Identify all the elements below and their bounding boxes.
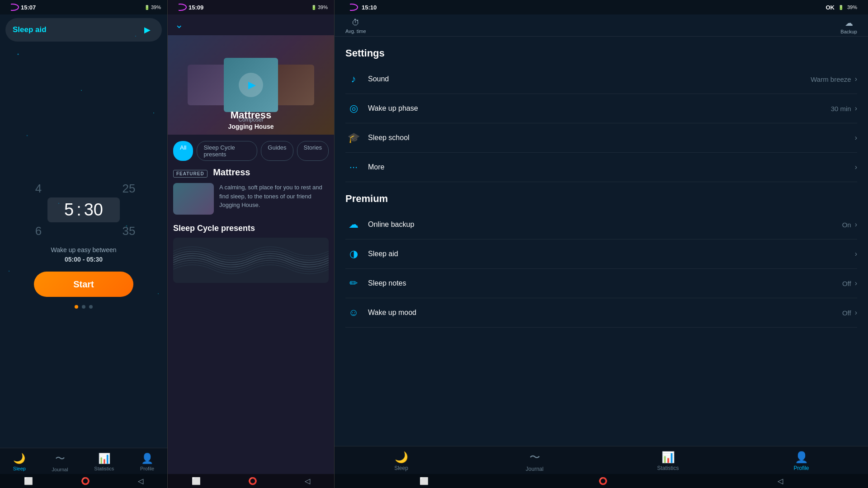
sleep-notes-value: Off xyxy=(842,280,851,287)
sys-back[interactable]: ◁ xyxy=(138,477,143,485)
nav-journal-p1[interactable]: 〜 Journal xyxy=(52,452,68,472)
panel-sleep: 15:07 🔋 39% Sleep aid ▶ 4 25 5 : 30 xyxy=(0,0,167,488)
sys-circle[interactable]: ⭕ xyxy=(81,477,90,485)
more-icon: ··· xyxy=(349,161,358,173)
battery-icon-p3: 🔋 xyxy=(838,5,844,10)
setting-wake-mood[interactable]: ☺ Wake up mood Off › xyxy=(345,298,857,328)
play-icon: ▶ xyxy=(144,25,151,35)
featured-badge: FEATURED xyxy=(173,170,208,178)
sys-circle-p3[interactable]: ⭕ xyxy=(599,477,608,485)
online-backup-chevron: › xyxy=(855,221,857,229)
setting-sleep-notes[interactable]: ✏ Sleep notes Off › xyxy=(345,269,857,298)
svg-point-8 xyxy=(158,293,159,294)
time-row-selected[interactable]: 5 : 30 xyxy=(9,197,158,222)
featured-title: Mattress xyxy=(213,167,250,177)
setting-more[interactable]: ··· More › xyxy=(345,153,857,182)
album-area: ▶ Mattress Composer Jogging House xyxy=(168,35,334,135)
setting-online-backup[interactable]: ☁ Online backup On › xyxy=(345,210,857,239)
filter-guides[interactable]: Guides xyxy=(261,141,293,161)
p3-nav-sleep[interactable]: 🌙 Sleep xyxy=(374,451,429,471)
sys-nav-p1: ⬜ ⭕ ◁ xyxy=(0,474,167,488)
status-icons-p3: OK 🔋 39% xyxy=(826,4,857,11)
setting-sleep-school[interactable]: 🎓 Sleep school › xyxy=(345,123,857,153)
battery-icon-p2: 🔋 xyxy=(311,5,316,10)
sleep-aid-header[interactable]: Sleep aid ▶ xyxy=(5,18,162,42)
back-button-p2[interactable]: ⌄ xyxy=(168,14,334,35)
nav-sleep-p1[interactable]: 🌙 Sleep xyxy=(13,453,26,471)
nav-profile-p1[interactable]: 👤 Profile xyxy=(140,453,154,471)
section-title: Sleep Cycle presents xyxy=(173,224,329,233)
composer-name: Jogging House xyxy=(168,123,334,130)
filter-sleep-cycle[interactable]: Sleep Cycle presents xyxy=(197,141,257,161)
more-name: More xyxy=(368,163,851,171)
sound-value: Warm breeze xyxy=(811,75,851,83)
wake-mood-value: Off xyxy=(842,309,851,317)
featured-card[interactable]: A calming, soft place for you to rest an… xyxy=(173,183,329,215)
panel-sound-browser: 15:09 🔋 39% ⌄ ▶ Mattress Composer Joggin… xyxy=(167,0,335,488)
sound-icon: ♪ xyxy=(351,73,356,85)
sys-square-p2[interactable]: ⬜ xyxy=(192,477,201,485)
p3-nav-journal[interactable]: 〜 Journal xyxy=(508,450,562,472)
setting-sleep-aid[interactable]: ◑ Sleep aid › xyxy=(345,239,857,269)
stats-nav-icon: 📊 xyxy=(98,453,110,465)
crescent-icon xyxy=(6,4,19,11)
section-thumbnail xyxy=(173,238,329,283)
sound-icon-wrap: ♪ xyxy=(345,71,362,87)
wake-up-text: Wake up easy between 05:00 - 05:30 xyxy=(0,245,167,264)
wake-phase-icon-wrap: ◎ xyxy=(345,100,362,117)
p3-profile-icon: 👤 xyxy=(795,451,808,464)
hour-above: 4 xyxy=(25,182,52,196)
composer-label: Composer xyxy=(168,117,334,123)
journal-nav-icon: 〜 xyxy=(55,452,65,465)
nav-stats-p1[interactable]: 📊 Statistics xyxy=(94,453,114,471)
min-above: 25 xyxy=(115,182,142,196)
sys-back-p3[interactable]: ◁ xyxy=(778,477,783,485)
wake-mood-name: Wake up mood xyxy=(368,309,842,317)
sys-square[interactable]: ⬜ xyxy=(24,477,33,485)
sleep-aid-play-button[interactable]: ▶ xyxy=(140,23,155,37)
backup-item[interactable]: ☁ Backup xyxy=(840,18,857,34)
start-button[interactable]: Start xyxy=(34,272,133,297)
p3-stats-icon: 📊 xyxy=(661,451,675,464)
more-chevron: › xyxy=(855,163,857,171)
stars-area xyxy=(0,45,167,182)
hour-selected: 5 xyxy=(64,200,74,220)
sleep-nav-icon: 🌙 xyxy=(13,453,25,465)
sys-square-p3[interactable]: ⬜ xyxy=(420,477,429,485)
play-symbol: ▶ xyxy=(248,79,256,91)
sleep-notes-name: Sleep notes xyxy=(368,279,842,287)
wake-phase-value: 30 min xyxy=(831,105,851,113)
status-bar-p1: 15:07 🔋 39% xyxy=(0,0,167,14)
time-selected-box[interactable]: 5 : 30 xyxy=(47,197,120,222)
setting-sound[interactable]: ♪ Sound Warm breeze › xyxy=(345,65,857,94)
online-backup-name: Online backup xyxy=(368,221,842,229)
sys-circle-p2[interactable]: ⭕ xyxy=(248,477,257,485)
wake-range: 05:00 - 05:30 xyxy=(65,256,103,263)
content-section: FEATURED Mattress A calming, soft place … xyxy=(168,167,334,288)
album-play-button[interactable]: ▶ xyxy=(239,73,263,97)
wake-mood-icon-wrap: ☺ xyxy=(345,305,362,321)
sleep-nav-label: Sleep xyxy=(13,466,26,471)
profile-nav-icon: 👤 xyxy=(141,453,153,465)
bottom-nav-p1: 🌙 Sleep 〜 Journal 📊 Statistics 👤 Profile xyxy=(0,448,167,474)
filter-stories[interactable]: Stories xyxy=(297,141,329,161)
avg-time-item[interactable]: ⏱ Avg. time xyxy=(345,18,366,34)
bottom-nav-p3: 🌙 Sleep 〜 Journal 📊 Statistics 👤 Profile xyxy=(335,446,868,474)
p3-nav-stats[interactable]: 📊 Statistics xyxy=(641,451,695,471)
album-tile-right xyxy=(274,65,314,105)
sleep-aid-icon-wrap: ◑ xyxy=(345,246,362,262)
setting-wake-phase[interactable]: ◎ Wake up phase 30 min › xyxy=(345,94,857,123)
status-time-p3: 15:10 xyxy=(362,4,377,11)
p3-nav-profile[interactable]: 👤 Profile xyxy=(774,451,829,471)
wake-phase-name: Wake up phase xyxy=(368,104,831,113)
filter-all[interactable]: All xyxy=(173,141,193,161)
colon-selected: : xyxy=(76,200,81,220)
sleep-school-chevron: › xyxy=(855,134,857,142)
sys-back-p2[interactable]: ◁ xyxy=(305,477,310,485)
backup-label: Backup xyxy=(840,29,857,34)
featured-description: A calming, soft place for you to rest an… xyxy=(219,183,329,210)
wake-mood-icon: ☺ xyxy=(349,307,359,319)
more-icon-wrap: ··· xyxy=(345,159,362,175)
sleep-school-icon: 🎓 xyxy=(348,132,360,144)
online-backup-value: On xyxy=(842,221,851,229)
